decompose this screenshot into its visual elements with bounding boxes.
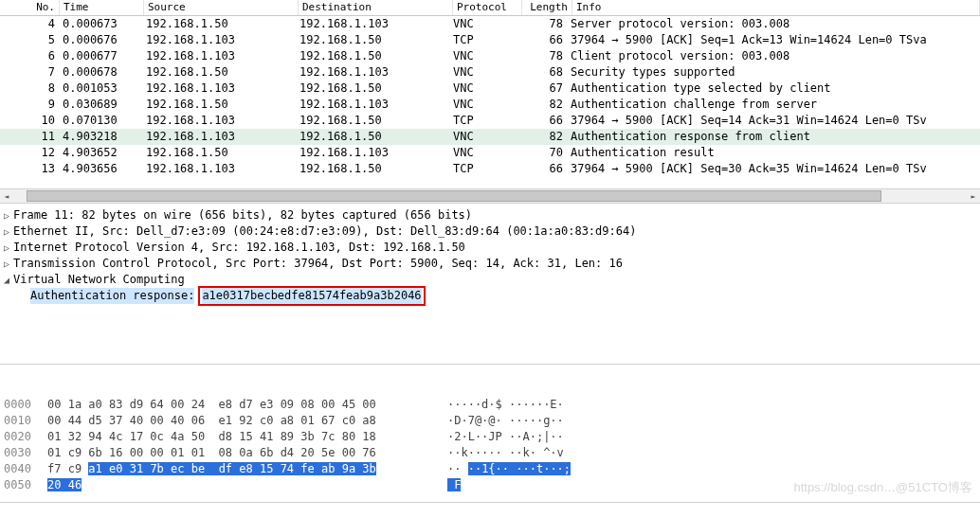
expand-icon[interactable]: ▷ [0, 256, 13, 272]
hex-offset: 0040 [0, 461, 47, 477]
scroll-right-icon[interactable]: ► [967, 189, 980, 203]
packet-row[interactable]: 50.000676192.168.1.103192.168.1.50TCP663… [0, 32, 980, 48]
col-header-proto[interactable]: Protocol [453, 0, 522, 15]
hex-bytes: f7 c9 a1 e0 31 7b ec be df e8 15 74 fe a… [47, 461, 434, 477]
hex-row[interactable]: 000000 1a a0 83 d9 64 00 24 e8 d7 e3 09 … [0, 397, 980, 413]
packet-row[interactable]: 100.070130192.168.1.103192.168.1.50TCP66… [0, 113, 980, 129]
hex-row[interactable]: 002001 32 94 4c 17 0c 4a 50 d8 15 41 89 … [0, 429, 980, 445]
packet-row[interactable]: 90.030689192.168.1.50192.168.1.103VNC82A… [0, 97, 980, 113]
cell-proto: TCP [449, 113, 517, 129]
col-header-source[interactable]: Source [144, 0, 299, 15]
cell-no: 8 [0, 80, 59, 97]
collapse-icon[interactable]: ◢ [0, 272, 13, 288]
cell-proto: VNC [449, 97, 517, 113]
cell-no: 12 [0, 145, 59, 161]
cell-proto: VNC [449, 80, 517, 97]
cell-proto: TCP [449, 32, 517, 48]
hex-ascii: ·D·7@·@· ·····g·· [434, 413, 564, 429]
packet-row[interactable]: 70.000678192.168.1.50192.168.1.103VNC68S… [0, 64, 980, 80]
cell-dest: 192.168.1.103 [296, 64, 449, 80]
detail-frame-text: Frame 11: 82 bytes on wire (656 bits), 8… [13, 207, 472, 223]
cell-dest: 192.168.1.50 [296, 48, 449, 64]
detail-vnc-text: Virtual Network Computing [13, 272, 185, 288]
col-header-time[interactable]: Time [60, 0, 144, 15]
cell-dest: 192.168.1.103 [296, 97, 449, 113]
cell-info: Authentication result [567, 145, 980, 161]
packet-row[interactable]: 80.001053192.168.1.103192.168.1.50VNC67A… [0, 80, 980, 97]
auth-response-label: Authentication response: [30, 288, 194, 304]
cell-info: Client protocol version: 003.008 [567, 48, 980, 64]
cell-time: 0.070130 [59, 113, 142, 129]
cell-no: 13 [0, 161, 59, 177]
detail-frame[interactable]: ▷ Frame 11: 82 bytes on wire (656 bits),… [0, 207, 980, 223]
watermark-text: https://blog.csdn…@51CTO博客 [793, 479, 972, 496]
detail-tcp[interactable]: ▷ Transmission Control Protocol, Src Por… [0, 256, 980, 272]
cell-len: 82 [517, 97, 567, 113]
detail-ip[interactable]: ▷ Internet Protocol Version 4, Src: 192.… [0, 240, 980, 256]
detail-ethernet[interactable]: ▷ Ethernet II, Src: Dell_d7:e3:09 (00:24… [0, 223, 980, 240]
hex-ascii: ··k····· ··k· ^·v [434, 445, 564, 461]
cell-time: 0.000678 [59, 64, 142, 80]
scroll-left-icon[interactable]: ◄ [0, 189, 13, 203]
col-header-info[interactable]: Info [572, 0, 980, 15]
auth-response-value-highlight: a1e0317becbedfe81574feab9a3b2046 [198, 286, 425, 306]
scrollbar-thumb[interactable] [27, 190, 881, 202]
packet-row[interactable]: 114.903218192.168.1.103192.168.1.50VNC82… [0, 129, 980, 145]
expand-icon[interactable]: ▷ [0, 223, 13, 240]
cell-no: 6 [0, 48, 59, 64]
detail-vnc[interactable]: ◢ Virtual Network Computing [0, 272, 980, 288]
auth-response-value: a1e0317becbedfe81574feab9a3b2046 [202, 288, 421, 304]
hex-row[interactable]: 001000 44 d5 37 40 00 40 06 e1 92 c0 a8 … [0, 413, 980, 429]
cell-proto: VNC [449, 48, 517, 64]
hex-row[interactable]: 0040f7 c9 a1 e0 31 7b ec be df e8 15 74 … [0, 461, 980, 477]
cell-source: 192.168.1.50 [142, 97, 296, 113]
cell-dest: 192.168.1.50 [296, 113, 449, 129]
cell-source: 192.168.1.50 [142, 64, 296, 80]
cell-time: 4.903656 [59, 161, 142, 177]
cell-source: 192.168.1.103 [142, 32, 296, 48]
hex-offset: 0020 [0, 429, 47, 445]
packet-row[interactable]: 134.903656192.168.1.103192.168.1.50TCP66… [0, 161, 980, 177]
cell-info: 37964 → 5900 [ACK] Seq=1 Ack=13 Win=1462… [567, 32, 980, 48]
hex-row[interactable]: 003001 c9 6b 16 00 00 01 01 08 0a 6b d4 … [0, 445, 980, 461]
hex-bytes: 00 44 d5 37 40 00 40 06 e1 92 c0 a8 01 6… [47, 413, 434, 429]
hex-offset: 0010 [0, 413, 47, 429]
hex-offset: 0000 [0, 397, 47, 413]
cell-info: Authentication response from client [567, 129, 980, 145]
packet-row[interactable]: 40.000673192.168.1.50192.168.1.103VNC78S… [0, 16, 980, 32]
cell-info: Security types supported [567, 64, 980, 80]
cell-no: 9 [0, 97, 59, 113]
cell-len: 78 [517, 48, 567, 64]
hex-offset: 0050 [0, 477, 47, 493]
cell-no: 7 [0, 64, 59, 80]
detail-eth-text: Ethernet II, Src: Dell_d7:e3:09 (00:24:e… [13, 223, 636, 240]
cell-info: Authentication challenge from server [567, 97, 980, 113]
cell-dest: 192.168.1.103 [296, 145, 449, 161]
cell-len: 82 [517, 129, 567, 145]
cell-source: 192.168.1.103 [142, 129, 296, 145]
packet-row[interactable]: 124.903652192.168.1.50192.168.1.103VNC70… [0, 145, 980, 161]
packet-row[interactable]: 60.000677192.168.1.103192.168.1.50VNC78C… [0, 48, 980, 64]
cell-source: 192.168.1.103 [142, 80, 296, 97]
cell-len: 78 [517, 16, 567, 32]
col-header-no[interactable]: No. [0, 0, 60, 15]
cell-time: 0.000676 [59, 32, 142, 48]
packet-list-pane: No. Time Source Destination Protocol Len… [0, 0, 980, 204]
hex-ascii: ·· ··1{·· ···t···; [434, 461, 571, 477]
cell-time: 0.000677 [59, 48, 142, 64]
cell-proto: VNC [449, 16, 517, 32]
cell-proto: VNC [449, 64, 517, 80]
cell-dest: 192.168.1.50 [296, 161, 449, 177]
detail-ip-text: Internet Protocol Version 4, Src: 192.16… [13, 240, 465, 256]
expand-icon[interactable]: ▷ [0, 207, 13, 223]
horizontal-scrollbar[interactable]: ◄ ► [0, 188, 980, 203]
expand-icon[interactable]: ▷ [0, 240, 13, 256]
cell-len: 66 [517, 113, 567, 129]
cell-source: 192.168.1.50 [142, 145, 296, 161]
detail-auth-response[interactable]: Authentication response: a1e0317becbedfe… [0, 288, 980, 304]
cell-info: Server protocol version: 003.008 [567, 16, 980, 32]
cell-source: 192.168.1.103 [142, 113, 296, 129]
cell-dest: 192.168.1.50 [296, 129, 449, 145]
col-header-dest[interactable]: Destination [299, 0, 453, 15]
col-header-length[interactable]: Length [522, 0, 572, 15]
